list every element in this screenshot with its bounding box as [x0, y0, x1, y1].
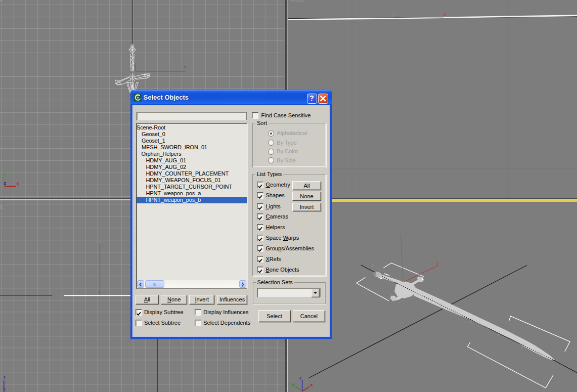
svg-text:x: x — [310, 382, 313, 387]
svg-text:y: y — [49, 289, 51, 294]
svg-text:x: x — [184, 64, 187, 69]
svg-text:z: z — [400, 228, 402, 233]
svg-text:z: z — [4, 374, 6, 379]
svg-text:z: z — [4, 181, 7, 186]
svg-text:x: x — [17, 181, 19, 186]
svg-text:z: z — [99, 239, 101, 244]
svg-text:y: y — [292, 382, 294, 387]
svg-text:x: x — [443, 12, 446, 17]
svg-text:x: x — [436, 261, 439, 266]
svg-text:p: p — [0, 0, 3, 2]
svg-text:y: y — [392, 12, 395, 17]
svg-text:Left: Left — [0, 204, 3, 210]
svg-text:Front: Front — [290, 0, 303, 3]
svg-text:y: y — [372, 263, 374, 268]
svg-text:x: x — [99, 289, 101, 294]
svg-text:x: x — [4, 386, 6, 391]
svg-text:z: z — [299, 375, 302, 380]
